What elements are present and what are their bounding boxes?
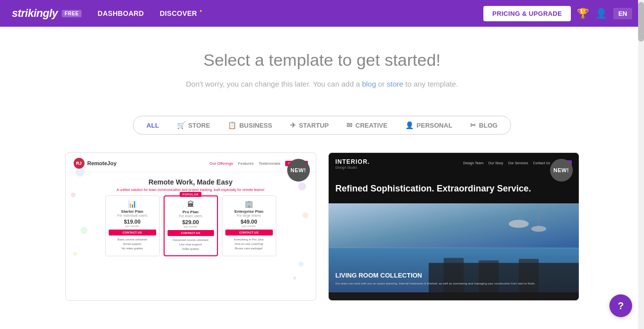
- scrollbar[interactable]: [638, 0, 644, 329]
- popular-badge: POPULAR: [179, 192, 202, 197]
- filter-creative[interactable]: ✉ CREATIVE: [338, 116, 396, 134]
- enterprise-price: $49.00: [225, 219, 273, 225]
- starter-features: Basic course unlockedEmail supportNo vid…: [109, 237, 156, 251]
- filter-startup[interactable]: ✈ STARTUP: [281, 116, 338, 134]
- free-badge: FREE: [62, 10, 82, 17]
- remotejoy-header: RJ RemoteJoy Our Offerings Features Test…: [66, 153, 316, 172]
- templates-grid: NEW! RJ RemoteJoy Our Offerings Features…: [26, 152, 619, 321]
- trophy-icon[interactable]: 🏆: [577, 7, 589, 19]
- starter-plan-for: For individual users: [109, 214, 156, 217]
- pro-features: Advanced course unlockedLive chat suppor…: [168, 238, 214, 251]
- starter-contact-btn: CONTACT US: [109, 230, 156, 235]
- hero-section: Select a template to get started! Don't …: [0, 27, 644, 116]
- filter-blog[interactable]: ✂ BLOG: [461, 116, 507, 134]
- interior-logo-text: INTERIOR.: [336, 158, 370, 165]
- filter-business-label: BUSINESS: [239, 122, 272, 129]
- hero-subtitle: Don't worry, you can change this later. …: [10, 80, 634, 88]
- pricing-upgrade-button[interactable]: PRICING & UPGRADE: [483, 6, 571, 21]
- help-button[interactable]: ?: [609, 294, 632, 317]
- interior-logo-sub: Design Studio: [336, 166, 370, 169]
- store-icon: 🛒: [177, 121, 185, 129]
- subtitle-mid: or: [376, 80, 387, 88]
- new-badge-interior: NEW!: [550, 159, 573, 182]
- starter-plan-name: Starter Plan: [109, 209, 156, 214]
- user-icon[interactable]: 👤: [595, 7, 607, 19]
- rj-logo-circle: RJ: [74, 158, 85, 169]
- subtitle-pre: Don't worry, you can change this later. …: [186, 80, 362, 88]
- interior-image: LIVING ROOM COLLECTION Our team can work…: [329, 203, 579, 292]
- remotejoy-logo: RJ RemoteJoy: [74, 158, 117, 169]
- int-nav-services: Our Services: [508, 161, 528, 165]
- rj-nav-testimonials: Testimonials: [258, 161, 280, 166]
- template-card-interior[interactable]: NEW! INTERIOR. Design Studio Design Team…: [328, 152, 579, 301]
- filter-pill: ALL 🛒 STORE 📋 BUSINESS ✈ STARTUP ✉ CREAT…: [133, 116, 511, 135]
- language-selector[interactable]: EN: [613, 8, 632, 19]
- pro-plan-for: For team users: [168, 214, 214, 218]
- filter-startup-label: STARTUP: [299, 122, 329, 129]
- enterprise-plan-name: Enterprise Plan: [225, 209, 273, 214]
- filter-all-label: ALL: [146, 122, 159, 129]
- filter-personal[interactable]: 👤 PERSONAL: [396, 116, 461, 134]
- int-nav-contact: Contact Us: [533, 161, 550, 165]
- blog-link[interactable]: blog: [362, 80, 376, 88]
- new-badge-remotejoy: NEW!: [287, 159, 310, 182]
- navbar: strikingly FREE DASHBOARD DISCOVER PRICI…: [0, 0, 644, 27]
- nav-links: DASHBOARD DISCOVER: [97, 9, 483, 17]
- pro-price: $29.00: [168, 219, 214, 225]
- int-nav-story: Our Story: [488, 161, 503, 165]
- filter-store-label: STORE: [188, 122, 211, 129]
- business-icon: 📋: [228, 121, 236, 129]
- filter-all[interactable]: ALL: [137, 117, 168, 134]
- int-nav-design: Design Team: [463, 161, 483, 165]
- remotejoy-brand: RemoteJoy: [87, 160, 117, 166]
- pro-icon: 🏛: [168, 200, 214, 208]
- svg-point-10: [531, 226, 546, 232]
- filter-blog-label: BLOG: [479, 122, 498, 129]
- pricing-row: 📊 Starter Plan For individual users $19.…: [66, 195, 316, 256]
- svg-rect-0: [329, 203, 579, 248]
- filter-business[interactable]: 📋 BUSINESS: [219, 116, 281, 134]
- nav-logo[interactable]: strikingly FREE: [12, 7, 82, 20]
- starter-per: per month: [109, 225, 156, 228]
- interior-hero-text: Refined Sophistication. Extraordinary Se…: [329, 173, 579, 203]
- enterprise-icon: 🏢: [225, 200, 273, 208]
- enterprise-features: Everything in Pro, plusOne-on-one coachi…: [225, 237, 273, 251]
- rj-nav-offerings: Our Offerings: [210, 161, 233, 166]
- logo-text: strikingly: [12, 7, 58, 20]
- filter-store[interactable]: 🛒 STORE: [168, 116, 219, 134]
- interior-overlay: LIVING ROOM COLLECTION Our team can work…: [336, 272, 536, 285]
- nav-discover[interactable]: DISCOVER: [160, 9, 197, 17]
- remotejoy-title: Remote Work, Made Easy: [76, 178, 306, 186]
- svg-point-8: [509, 220, 528, 228]
- page-title: Select a template to get started!: [10, 50, 634, 70]
- template-card-remotejoy[interactable]: NEW! RJ RemoteJoy Our Offerings Features…: [65, 152, 316, 301]
- pro-plan-box: POPULAR 🏛 Pro Plan For team users $29.00…: [164, 195, 218, 256]
- enterprise-per: per month: [225, 225, 273, 228]
- store-link[interactable]: store: [386, 80, 403, 88]
- pro-contact-btn: CONTACT US: [168, 230, 214, 236]
- enterprise-plan-for: For large teams: [225, 214, 273, 217]
- interior-header: INTERIOR. Design Studio Design Team Our …: [329, 153, 579, 173]
- subtitle-post: to any template.: [403, 80, 458, 88]
- rj-nav-features: Features: [238, 161, 254, 166]
- starter-plan-box: 📊 Starter Plan For individual users $19.…: [105, 195, 160, 256]
- filter-bar: ALL 🛒 STORE 📋 BUSINESS ✈ STARTUP ✉ CREAT…: [0, 116, 644, 135]
- scrollbar-thumb[interactable]: [638, 2, 644, 42]
- remotejoy-subtitle: A unified solution for team communicatio…: [76, 188, 306, 191]
- pro-per: per month: [168, 225, 214, 228]
- starter-price: $19.00: [109, 219, 156, 225]
- enterprise-contact-btn: CONTACT US: [225, 230, 273, 235]
- interior-overlay-title: LIVING ROOM COLLECTION: [336, 272, 536, 280]
- enterprise-plan-box: 🏢 Enterprise Plan For large teams $49.00…: [222, 195, 276, 256]
- creative-icon: ✉: [346, 121, 352, 129]
- nav-dashboard[interactable]: DASHBOARD: [97, 9, 144, 17]
- starter-icon: 📊: [109, 200, 156, 208]
- interior-bg: LIVING ROOM COLLECTION Our team can work…: [329, 203, 579, 292]
- personal-icon: 👤: [405, 121, 414, 129]
- interior-overlay-sub: Our team can work with you on space plan…: [336, 282, 536, 285]
- blog-icon: ✂: [470, 121, 476, 129]
- startup-icon: ✈: [290, 121, 296, 129]
- filter-personal-label: PERSONAL: [417, 122, 452, 129]
- interior-hero-title: Refined Sophistication. Extraordinary Se…: [336, 183, 572, 194]
- filter-creative-label: CREATIVE: [355, 122, 387, 129]
